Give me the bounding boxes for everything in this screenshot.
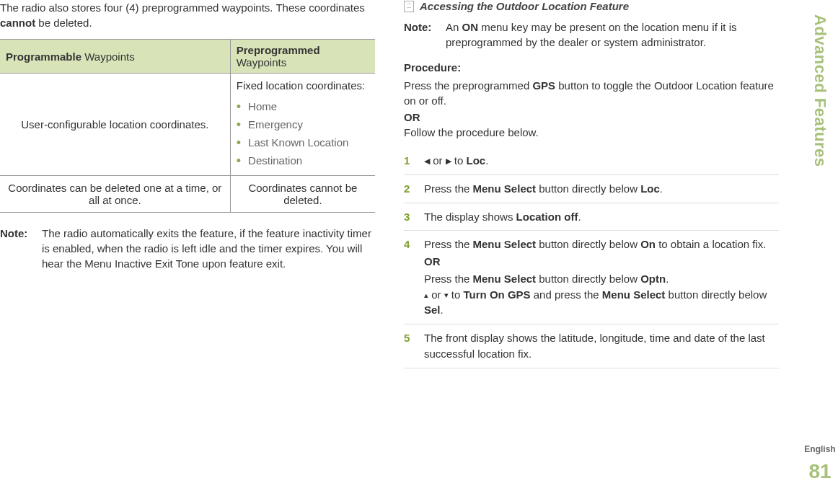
language-label: English [804, 444, 835, 454]
right-column: Accessing the Outdoor Location Feature N… [404, 0, 779, 368]
subheading-row: Accessing the Outdoor Location Feature [404, 0, 779, 12]
cell-fixed-coords: Fixed location coordinates: •Home •Emerg… [230, 74, 375, 176]
note-label: Note: [404, 19, 438, 50]
right-note-text: An ON menu key may be present on the loc… [446, 19, 779, 50]
th-programmable: Programmable Waypoints [0, 40, 230, 74]
step-4: 4 Press the Menu Select button directly … [404, 231, 779, 324]
note-text: The radio automatically exits the featur… [42, 226, 375, 271]
side-tab: Advanced Features English 81 [802, 14, 838, 483]
waypoints-table: Programmable Waypoints Preprogrammed Way… [0, 39, 375, 213]
step-number: 4 [404, 236, 417, 318]
subheading-text: Accessing the Outdoor Location Feature [420, 0, 629, 12]
list-item: •Home [237, 97, 369, 115]
intro-after: be deleted. [35, 17, 92, 29]
proc-line2: Follow the procedure below. [404, 125, 779, 140]
proc-line1: Press the preprogrammed GPS button to to… [404, 78, 779, 108]
step-body: Press the Menu Select button directly be… [424, 181, 779, 197]
cell-cannot-delete: Coordinates cannot be deleted. [230, 176, 375, 213]
left-column: The radio also stores four (4) preprogra… [0, 0, 375, 368]
step-number: 5 [404, 330, 417, 362]
up-arrow-icon: ▴ [424, 291, 428, 299]
list-item: •Last Known Location [237, 133, 369, 151]
right-note-block: Note: An ON menu key may be present on t… [404, 19, 779, 50]
step-1: 1 ◀ or ▶ to Loc. [404, 147, 779, 175]
th-preprogrammed: Preprogrammed Waypoints [230, 40, 375, 74]
note-block: Note: The radio automatically exits the … [0, 226, 375, 271]
step-body: ◀ or ▶ to Loc. [424, 153, 779, 169]
step-2: 2 Press the Menu Select button directly … [404, 175, 779, 203]
left-arrow-icon: ◀ [424, 156, 430, 165]
down-arrow-icon: ▾ [444, 291, 449, 299]
step-number: 3 [404, 209, 417, 225]
right-arrow-icon: ▶ [446, 156, 451, 165]
step-number: 1 [404, 153, 417, 169]
fixed-list: •Home •Emergency •Last Known Location •D… [237, 97, 369, 169]
page-number: 81 [808, 460, 831, 483]
intro-before: The radio also stores four (4) preprogra… [0, 1, 365, 14]
intro-bold: cannot [0, 17, 35, 29]
procedure-steps: 1 ◀ or ▶ to Loc. 2 Press the Menu Select… [404, 147, 779, 368]
proc-or: OR [404, 111, 779, 123]
procedure-label: Procedure: [404, 61, 779, 74]
section-title: Advanced Features [811, 14, 829, 438]
intro-text: The radio also stores four (4) preprogra… [0, 0, 375, 30]
cell-can-delete: Coordinates can be deleted one at a time… [0, 176, 230, 213]
step-3: 3 The display shows Location off. [404, 203, 779, 231]
note-label: Note: [0, 226, 35, 271]
list-item: •Emergency [237, 115, 369, 133]
step-body: The front display shows the latitude, lo… [424, 330, 779, 362]
step-body: Press the Menu Select button directly be… [424, 236, 779, 318]
step-5: 5 The front display shows the latitude, … [404, 324, 779, 368]
book-icon [404, 1, 414, 12]
fixed-intro: Fixed location coordinates: [237, 79, 369, 92]
step-body: The display shows Location off. [424, 209, 779, 225]
step-number: 2 [404, 181, 417, 197]
list-item: •Destination [237, 151, 369, 169]
cell-user-configurable: User-configurable location coordinates. [0, 74, 230, 176]
